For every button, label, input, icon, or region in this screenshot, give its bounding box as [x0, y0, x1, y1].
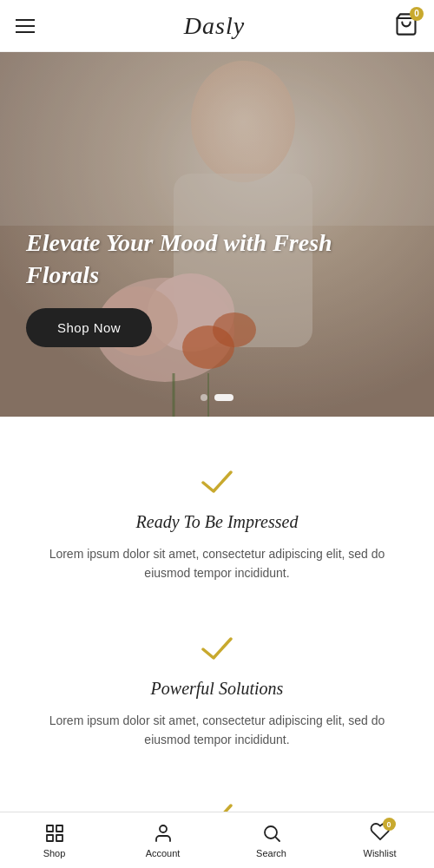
nav-item-wishlist[interactable]: 0 Wishlist — [326, 815, 434, 865]
header: Dasly 0 — [0, 0, 434, 52]
dot-2[interactable] — [214, 394, 233, 401]
account-label: Account — [146, 848, 181, 858]
cart-button[interactable]: 0 — [394, 12, 418, 40]
svg-point-18 — [265, 826, 277, 838]
check-icon-1 — [201, 469, 233, 498]
menu-button[interactable] — [16, 19, 35, 33]
feature-desc-2: Lorem ipsum dolor sit amet, consectetur … — [35, 711, 399, 750]
search-icon — [260, 822, 283, 845]
shop-label: Shop — [43, 848, 66, 858]
checkmark-svg-2 — [201, 635, 233, 661]
feature-title-1: Ready To Be Impressed — [26, 512, 408, 532]
shop-now-button[interactable]: Shop Now — [26, 308, 152, 347]
svg-rect-14 — [56, 825, 62, 832]
svg-rect-16 — [56, 835, 62, 841]
cart-badge: 0 — [410, 7, 424, 21]
feature-item-2: Powerful Solutions Lorem ipsum dolor sit… — [17, 618, 417, 785]
check-icon-2 — [201, 635, 233, 665]
svg-point-17 — [160, 825, 167, 832]
hero-content: Elevate Your Mood with Fresh Florals Sho… — [0, 227, 434, 347]
wishlist-icon: 0 — [369, 822, 391, 845]
features-section: Ready To Be Impressed Lorem ipsum dolor … — [0, 417, 434, 868]
feature-item-1: Ready To Be Impressed Lorem ipsum dolor … — [17, 451, 417, 618]
shop-icon — [43, 822, 66, 845]
feature-title-2: Powerful Solutions — [26, 679, 408, 699]
bottom-nav: Shop Account Search 0 — [0, 812, 434, 868]
hero-title: Elevate Your Mood with Fresh Florals — [26, 227, 408, 291]
hero-section: Elevate Your Mood with Fresh Florals Sho… — [0, 52, 434, 417]
dot-1[interactable] — [201, 394, 207, 401]
search-label: Search — [256, 848, 286, 858]
wishlist-badge: 0 — [383, 818, 396, 831]
feature-desc-1: Lorem ipsum dolor sit amet, consectetur … — [35, 544, 399, 583]
nav-item-account[interactable]: Account — [108, 815, 217, 865]
checkmark-svg-1 — [201, 469, 233, 495]
nav-item-search[interactable]: Search — [217, 815, 326, 865]
svg-rect-15 — [47, 835, 53, 841]
logo: Dasly — [184, 12, 245, 40]
wishlist-label: Wishlist — [364, 848, 397, 858]
hero-dots — [201, 394, 233, 401]
svg-rect-13 — [47, 825, 53, 832]
nav-item-shop[interactable]: Shop — [0, 815, 108, 865]
account-icon — [152, 822, 174, 845]
svg-line-19 — [275, 838, 279, 841]
